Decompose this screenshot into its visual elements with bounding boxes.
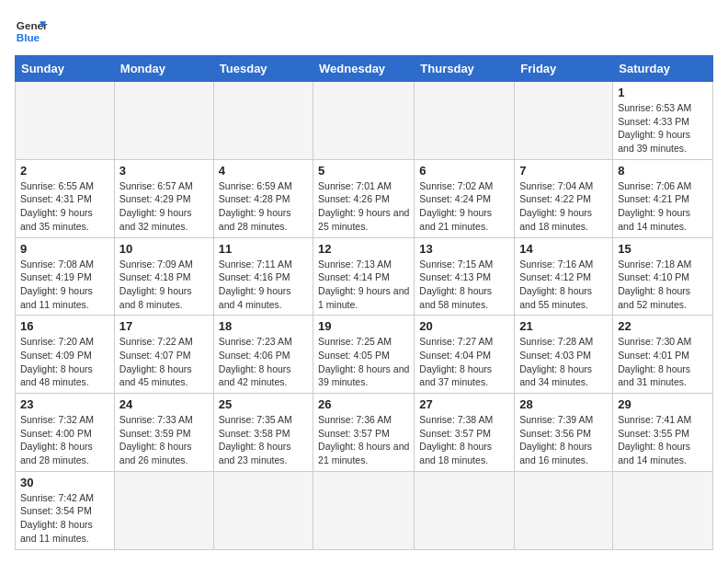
calendar-cell: 9Sunrise: 7:08 AMSunset: 4:19 PMDaylight… — [16, 237, 115, 316]
day-number: 12 — [318, 242, 409, 256]
day-number: 5 — [318, 164, 409, 178]
calendar-cell: 2Sunrise: 6:55 AMSunset: 4:31 PMDaylight… — [16, 159, 115, 237]
day-number: 11 — [219, 242, 308, 256]
calendar-cell: 12Sunrise: 7:13 AMSunset: 4:14 PMDayligh… — [313, 237, 415, 316]
day-number: 21 — [519, 319, 608, 333]
day-info: Sunrise: 7:36 AMSunset: 3:57 PMDaylight:… — [318, 413, 409, 467]
calendar-cell: 6Sunrise: 7:02 AMSunset: 4:24 PMDaylight… — [415, 159, 515, 237]
day-info: Sunrise: 7:01 AMSunset: 4:26 PMDaylight:… — [318, 179, 409, 234]
calendar-cell — [515, 82, 613, 160]
calendar-cell — [114, 471, 213, 549]
day-info: Sunrise: 7:41 AMSunset: 3:55 PMDaylight:… — [618, 413, 708, 467]
day-info: Sunrise: 6:57 AMSunset: 4:29 PMDaylight:… — [119, 179, 209, 234]
day-number: 17 — [119, 319, 209, 333]
day-number: 26 — [318, 397, 409, 411]
day-info: Sunrise: 7:30 AMSunset: 4:01 PMDaylight:… — [618, 335, 708, 389]
day-info: Sunrise: 7:23 AMSunset: 4:06 PMDaylight:… — [219, 335, 308, 389]
calendar-header-row: SundayMondayTuesdayWednesdayThursdayFrid… — [16, 56, 713, 82]
header-day-wednesday: Wednesday — [313, 56, 415, 82]
calendar-cell — [313, 82, 415, 160]
calendar-cell: 10Sunrise: 7:09 AMSunset: 4:18 PMDayligh… — [114, 237, 213, 316]
calendar-cell — [213, 471, 313, 549]
day-number: 25 — [219, 397, 308, 411]
day-info: Sunrise: 7:16 AMSunset: 4:12 PMDaylight:… — [519, 258, 608, 312]
calendar: SundayMondayTuesdayWednesdayThursdayFrid… — [15, 55, 713, 550]
calendar-cell: 7Sunrise: 7:04 AMSunset: 4:22 PMDaylight… — [515, 159, 613, 237]
day-number: 14 — [519, 242, 608, 256]
calendar-cell: 27Sunrise: 7:38 AMSunset: 3:57 PMDayligh… — [415, 394, 515, 472]
calendar-cell: 17Sunrise: 7:22 AMSunset: 4:07 PMDayligh… — [114, 316, 213, 394]
svg-text:Blue: Blue — [17, 31, 40, 43]
day-number: 15 — [618, 242, 708, 256]
calendar-cell: 29Sunrise: 7:41 AMSunset: 3:55 PMDayligh… — [613, 394, 713, 472]
calendar-week-4: 16Sunrise: 7:20 AMSunset: 4:09 PMDayligh… — [16, 316, 713, 394]
calendar-cell: 24Sunrise: 7:33 AMSunset: 3:59 PMDayligh… — [114, 394, 213, 472]
calendar-cell — [613, 471, 713, 549]
header-day-tuesday: Tuesday — [213, 56, 313, 82]
day-info: Sunrise: 7:20 AMSunset: 4:09 PMDaylight:… — [20, 335, 109, 389]
day-info: Sunrise: 7:18 AMSunset: 4:10 PMDaylight:… — [618, 258, 708, 312]
calendar-cell: 28Sunrise: 7:39 AMSunset: 3:56 PMDayligh… — [515, 394, 613, 472]
calendar-cell — [114, 82, 213, 160]
day-info: Sunrise: 6:59 AMSunset: 4:28 PMDaylight:… — [219, 179, 308, 234]
calendar-cell: 23Sunrise: 7:32 AMSunset: 4:00 PMDayligh… — [16, 394, 115, 472]
day-number: 22 — [618, 319, 708, 333]
header: General Blue — [15, 15, 713, 48]
calendar-cell: 11Sunrise: 7:11 AMSunset: 4:16 PMDayligh… — [213, 237, 313, 316]
calendar-cell: 3Sunrise: 6:57 AMSunset: 4:29 PMDaylight… — [114, 159, 213, 237]
logo-icon: General Blue — [15, 15, 48, 48]
day-number: 28 — [519, 397, 608, 411]
calendar-cell: 19Sunrise: 7:25 AMSunset: 4:05 PMDayligh… — [313, 316, 415, 394]
calendar-cell: 13Sunrise: 7:15 AMSunset: 4:13 PMDayligh… — [415, 237, 515, 316]
header-day-friday: Friday — [515, 56, 613, 82]
day-number: 10 — [119, 242, 209, 256]
day-number: 2 — [20, 164, 109, 178]
calendar-cell: 21Sunrise: 7:28 AMSunset: 4:03 PMDayligh… — [515, 316, 613, 394]
day-info: Sunrise: 7:38 AMSunset: 3:57 PMDaylight:… — [419, 413, 509, 467]
day-number: 16 — [20, 319, 109, 333]
day-info: Sunrise: 7:02 AMSunset: 4:24 PMDaylight:… — [419, 179, 509, 234]
calendar-week-3: 9Sunrise: 7:08 AMSunset: 4:19 PMDaylight… — [16, 237, 713, 316]
calendar-cell — [515, 471, 613, 549]
day-info: Sunrise: 7:42 AMSunset: 3:54 PMDaylight:… — [20, 491, 109, 546]
day-number: 18 — [219, 319, 308, 333]
calendar-cell: 14Sunrise: 7:16 AMSunset: 4:12 PMDayligh… — [515, 237, 613, 316]
day-number: 3 — [119, 164, 209, 178]
day-info: Sunrise: 7:25 AMSunset: 4:05 PMDaylight:… — [318, 335, 409, 389]
header-day-monday: Monday — [114, 56, 213, 82]
calendar-cell — [213, 82, 313, 160]
day-info: Sunrise: 6:55 AMSunset: 4:31 PMDaylight:… — [20, 179, 109, 234]
day-info: Sunrise: 7:35 AMSunset: 3:58 PMDaylight:… — [219, 413, 308, 467]
calendar-cell — [415, 471, 515, 549]
day-number: 13 — [419, 242, 509, 256]
day-number: 4 — [219, 164, 308, 178]
header-day-thursday: Thursday — [415, 56, 515, 82]
day-info: Sunrise: 7:39 AMSunset: 3:56 PMDaylight:… — [519, 413, 608, 467]
day-number: 30 — [20, 476, 109, 489]
calendar-cell: 22Sunrise: 7:30 AMSunset: 4:01 PMDayligh… — [613, 316, 713, 394]
day-number: 6 — [419, 164, 509, 178]
day-number: 23 — [20, 397, 109, 411]
day-number: 7 — [519, 164, 608, 178]
day-info: Sunrise: 7:09 AMSunset: 4:18 PMDaylight:… — [119, 258, 209, 312]
calendar-cell: 4Sunrise: 6:59 AMSunset: 4:28 PMDaylight… — [213, 159, 313, 237]
calendar-cell: 1Sunrise: 6:53 AMSunset: 4:33 PMDaylight… — [613, 82, 713, 160]
day-info: Sunrise: 7:32 AMSunset: 4:00 PMDaylight:… — [20, 413, 109, 467]
logo: General Blue — [15, 15, 48, 48]
day-info: Sunrise: 6:53 AMSunset: 4:33 PMDaylight:… — [618, 101, 708, 155]
day-number: 20 — [419, 319, 509, 333]
day-number: 29 — [618, 397, 708, 411]
calendar-cell — [16, 82, 115, 160]
calendar-cell: 16Sunrise: 7:20 AMSunset: 4:09 PMDayligh… — [16, 316, 115, 394]
day-info: Sunrise: 7:27 AMSunset: 4:04 PMDaylight:… — [419, 335, 509, 389]
day-info: Sunrise: 7:33 AMSunset: 3:59 PMDaylight:… — [119, 413, 209, 467]
header-day-sunday: Sunday — [16, 56, 115, 82]
day-number: 1 — [618, 86, 708, 99]
day-number: 27 — [419, 397, 509, 411]
calendar-cell: 15Sunrise: 7:18 AMSunset: 4:10 PMDayligh… — [613, 237, 713, 316]
day-number: 8 — [618, 164, 708, 178]
day-info: Sunrise: 7:08 AMSunset: 4:19 PMDaylight:… — [20, 258, 109, 312]
calendar-cell: 25Sunrise: 7:35 AMSunset: 3:58 PMDayligh… — [213, 394, 313, 472]
calendar-week-2: 2Sunrise: 6:55 AMSunset: 4:31 PMDaylight… — [16, 159, 713, 237]
day-info: Sunrise: 7:15 AMSunset: 4:13 PMDaylight:… — [419, 258, 509, 312]
